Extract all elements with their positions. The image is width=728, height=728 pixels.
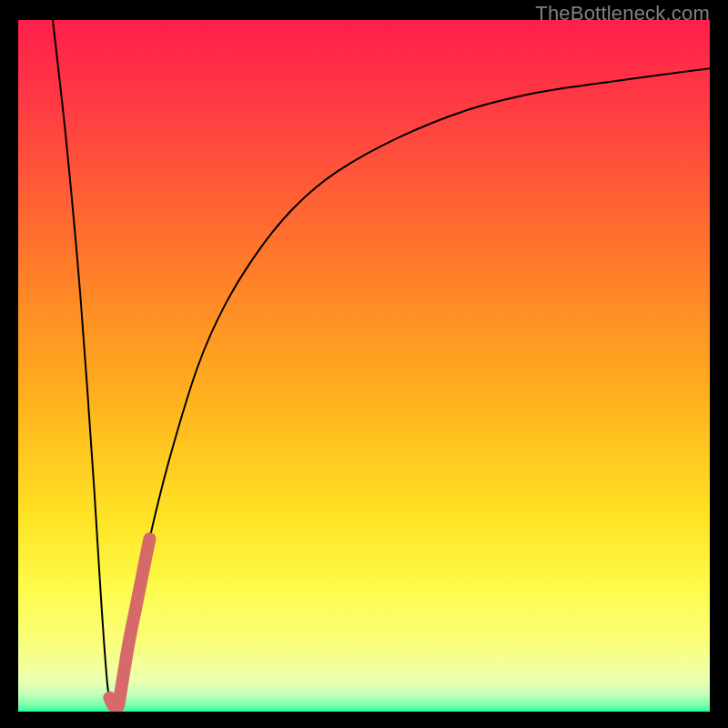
chart-svg (18, 20, 710, 712)
gradient-background (18, 20, 710, 712)
plot-area (18, 20, 710, 712)
chart-frame: TheBottleneck.com (0, 0, 728, 728)
